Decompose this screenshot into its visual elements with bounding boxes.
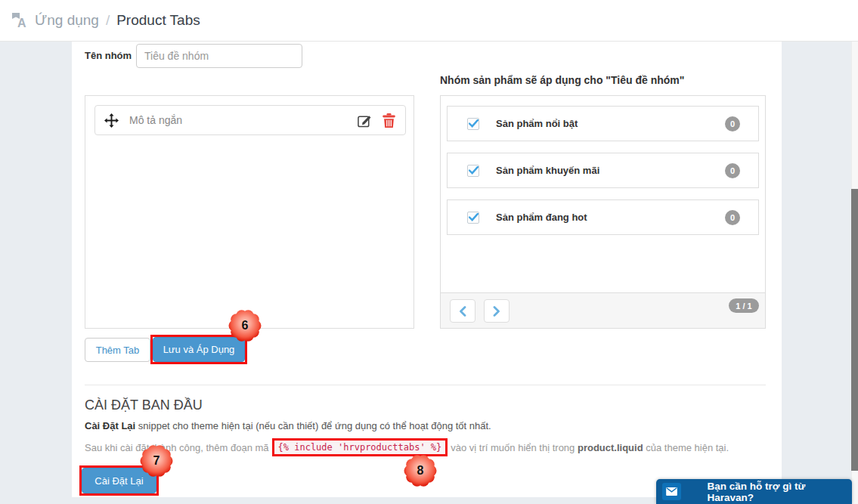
count-badge: 0	[725, 210, 740, 225]
scrollbar-thumb[interactable]	[851, 189, 858, 471]
liquid-code-snippet: {% include 'hrvproducttabs' %}	[274, 441, 446, 454]
collection-item[interactable]: Sản phẩm đang hot 0	[447, 199, 759, 235]
pagination-bar: 1 / 1	[441, 292, 765, 328]
delete-icon[interactable]	[382, 113, 396, 128]
annotation-number: 8	[404, 454, 437, 487]
annotation-number: 7	[140, 444, 173, 478]
count-badge: 0	[725, 163, 740, 178]
move-handle-icon[interactable]	[104, 113, 119, 128]
setup-line1-bold: Cài Đặt Lại	[85, 420, 135, 431]
setup-line1-rest: snippet cho theme hiện tại (nếu cần thiế…	[135, 420, 491, 431]
setup-section-title: CÀI ĐẶT BAN ĐẦU	[85, 397, 203, 413]
breadcrumb-separator: /	[106, 12, 110, 29]
app-header: A Ứng dụng / Product Tabs	[0, 0, 858, 42]
page-indicator: 1 / 1	[729, 298, 759, 313]
add-tab-button[interactable]: Thêm Tab	[85, 338, 150, 362]
setup-line2-prefix: Sau khi cài đặt thành công, thêm đoạn mã	[85, 442, 269, 453]
checkbox-checked[interactable]	[467, 118, 479, 130]
annotation-number: 6	[228, 309, 262, 342]
tab-label: Mô tả ngắn	[129, 114, 348, 126]
annotation-badge-8: 8	[404, 454, 437, 487]
checkbox-checked[interactable]	[467, 212, 479, 224]
collection-item[interactable]: Sản phẩm khuyến mãi 0	[447, 153, 759, 188]
collection-label: Sản phẩm nổi bật	[496, 118, 725, 129]
support-chat-button[interactable]: Bạn cần hỗ trợ gì từ Haravan?	[656, 479, 852, 504]
group-name-label: Tên nhóm	[85, 50, 132, 61]
collection-item[interactable]: Sản phẩm nổi bật 0	[447, 106, 759, 141]
checkbox-checked[interactable]	[467, 165, 479, 177]
collections-panel: Sản phẩm nổi bật 0 Sản phẩm khuyến mãi 0…	[440, 95, 766, 329]
svg-text:A: A	[17, 17, 26, 29]
annotation-badge-6: 6	[228, 309, 262, 342]
collections-panel-title: Nhóm sản phẩm sẽ áp dụng cho "Tiêu đề nh…	[440, 74, 684, 86]
annotation-badge-7: 7	[140, 444, 173, 478]
product-tabs-screen: A Ứng dụng / Product Tabs Tên nhóm Mô tả…	[0, 0, 858, 504]
next-page-button[interactable]	[484, 299, 510, 323]
breadcrumb-apps-link[interactable]: Ứng dụng	[35, 12, 99, 29]
setup-line2-middle: vào vị trí muốn hiển thị trong	[451, 442, 575, 453]
group-name-input[interactable]	[136, 44, 302, 68]
setup-line2-suffix: của theme hiện tại.	[646, 442, 729, 453]
support-chat-label: Bạn cần hỗ trợ gì từ Haravan?	[708, 481, 852, 503]
setup-line1: Cài Đặt Lại snippet cho theme hiện tại (…	[85, 420, 491, 431]
prev-page-button[interactable]	[450, 299, 475, 323]
collection-label: Sản phẩm đang hot	[496, 212, 725, 223]
collection-label: Sản phẩm khuyến mãi	[496, 165, 725, 176]
tabs-list-panel: Mô tả ngắn	[85, 95, 414, 329]
page-title: Product Tabs	[116, 12, 200, 29]
envelope-icon	[662, 483, 681, 500]
count-badge: 0	[725, 116, 740, 131]
apps-icon: A	[11, 11, 30, 29]
edit-icon[interactable]	[358, 113, 372, 128]
tab-row[interactable]: Mô tả ngắn	[94, 105, 406, 135]
section-divider	[85, 385, 766, 385]
setup-line2-bold: product.liquid	[578, 442, 643, 453]
